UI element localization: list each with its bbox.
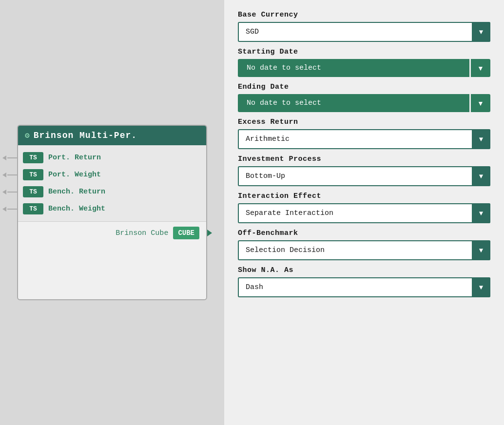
input-connector-line bbox=[7, 174, 17, 175]
interaction-effect-select-wrapper: Separate Interaction Allocation Selectio… bbox=[238, 203, 490, 223]
show-na-label: Show N.A. As bbox=[238, 266, 490, 274]
input-row: TSPort. Weight bbox=[18, 166, 206, 183]
off-benchmark-select[interactable]: Selection Decision Allocation Decision bbox=[238, 240, 490, 260]
node-footer: Brinson Cube CUBE bbox=[18, 221, 206, 244]
node-header: ⚙ Brinson Multi-Per. bbox=[18, 126, 206, 145]
interaction-effect-select[interactable]: Separate Interaction Allocation Selectio… bbox=[238, 203, 490, 223]
ts-badge: TS bbox=[23, 169, 43, 180]
investment-process-select-wrapper: Bottom-Up Top-Down ▼ bbox=[238, 166, 490, 186]
starting-date-dropdown-button[interactable]: ▼ bbox=[471, 59, 490, 77]
starting-date-label: Starting Date bbox=[238, 48, 490, 56]
investment-process-label: Investment Process bbox=[238, 155, 490, 163]
base-currency-group: Base Currency SGD USD EUR ▼ bbox=[238, 11, 490, 42]
input-connector-line bbox=[7, 157, 17, 158]
starting-date-value: No date to select bbox=[238, 59, 469, 77]
chevron-down-icon: ▼ bbox=[477, 64, 484, 72]
input-row: TSBench. Weight bbox=[18, 200, 206, 217]
starting-date-group: Starting Date No date to select ▼ bbox=[238, 48, 490, 77]
investment-process-select[interactable]: Bottom-Up Top-Down bbox=[238, 166, 490, 186]
node-icon: ⚙ bbox=[25, 131, 30, 140]
interaction-effect-label: Interaction Effect bbox=[238, 192, 490, 200]
input-label: Bench. Return bbox=[48, 188, 105, 196]
ending-date-label: Ending Date bbox=[238, 83, 490, 91]
chevron-down-icon: ▼ bbox=[477, 99, 484, 107]
ending-date-dropdown-button[interactable]: ▼ bbox=[471, 94, 490, 112]
excess-return-select-wrapper: Arithmetic Geometric ▼ bbox=[238, 129, 490, 149]
show-na-group: Show N.A. As Dash Zero N/A ▼ bbox=[238, 266, 490, 297]
input-connector-arrow bbox=[2, 207, 6, 212]
show-na-select[interactable]: Dash Zero N/A bbox=[238, 277, 490, 297]
right-panel: Base Currency SGD USD EUR ▼ Starting Dat… bbox=[224, 0, 504, 425]
node-card: ⚙ Brinson Multi-Per. TSPort. ReturnTSPor… bbox=[17, 125, 207, 300]
input-connector-line bbox=[7, 209, 17, 210]
input-connector-arrow bbox=[2, 190, 6, 194]
investment-process-group: Investment Process Bottom-Up Top-Down ▼ bbox=[238, 155, 490, 186]
starting-date-row: No date to select ▼ bbox=[238, 59, 490, 77]
input-label: Port. Return bbox=[48, 154, 101, 162]
ts-badge: TS bbox=[23, 186, 43, 197]
input-label: Port. Weight bbox=[48, 171, 101, 179]
input-connector-line bbox=[7, 192, 17, 193]
ts-badge: TS bbox=[23, 203, 43, 214]
excess-return-select[interactable]: Arithmetic Geometric bbox=[238, 129, 490, 149]
input-connector-arrow bbox=[2, 173, 6, 177]
output-connector bbox=[207, 230, 212, 236]
node-title: Brinson Multi-Per. bbox=[34, 131, 137, 140]
base-currency-select-wrapper: SGD USD EUR ▼ bbox=[238, 22, 490, 42]
off-benchmark-label: Off-Benchmark bbox=[238, 229, 490, 237]
off-benchmark-select-wrapper: Selection Decision Allocation Decision ▼ bbox=[238, 240, 490, 260]
input-row: TSBench. Return bbox=[18, 183, 206, 200]
show-na-select-wrapper: Dash Zero N/A ▼ bbox=[238, 277, 490, 297]
interaction-effect-group: Interaction Effect Separate Interaction … bbox=[238, 192, 490, 223]
node-body: TSPort. ReturnTSPort. WeightTSBench. Ret… bbox=[18, 145, 206, 221]
ending-date-group: Ending Date No date to select ▼ bbox=[238, 83, 490, 112]
output-label: Brinson Cube bbox=[116, 229, 168, 237]
excess-return-group: Excess Return Arithmetic Geometric ▼ bbox=[238, 118, 490, 149]
cube-badge: CUBE bbox=[173, 227, 199, 239]
ending-date-value: No date to select bbox=[238, 94, 469, 112]
input-connector-arrow bbox=[2, 155, 6, 160]
left-panel: ⚙ Brinson Multi-Per. TSPort. ReturnTSPor… bbox=[0, 0, 224, 425]
off-benchmark-group: Off-Benchmark Selection Decision Allocat… bbox=[238, 229, 490, 260]
input-label: Bench. Weight bbox=[48, 205, 105, 213]
ending-date-row: No date to select ▼ bbox=[238, 94, 490, 112]
ts-badge: TS bbox=[23, 152, 43, 163]
base-currency-label: Base Currency bbox=[238, 11, 490, 19]
input-row: TSPort. Return bbox=[18, 149, 206, 166]
excess-return-label: Excess Return bbox=[238, 118, 490, 126]
base-currency-select[interactable]: SGD USD EUR bbox=[238, 22, 490, 42]
